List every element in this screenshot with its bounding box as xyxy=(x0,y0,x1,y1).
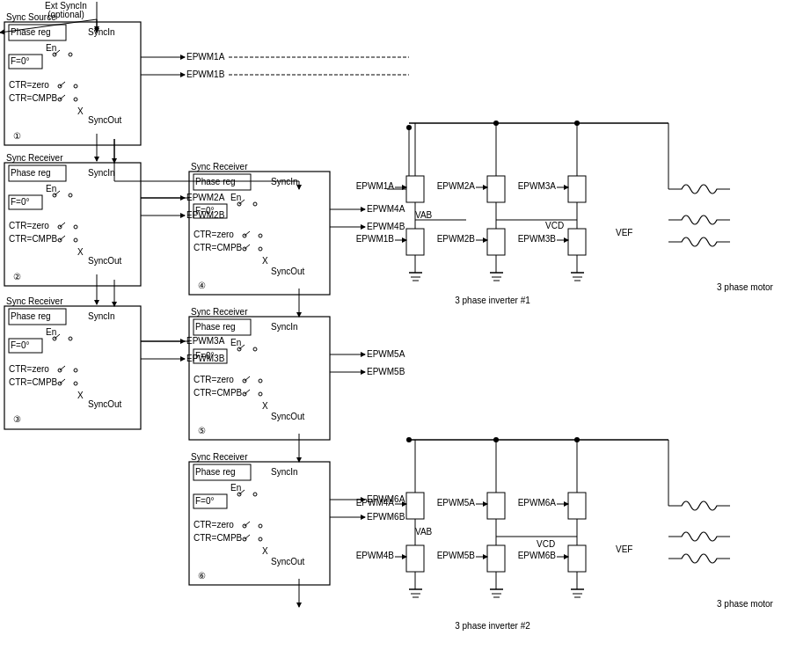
x-mark-4: X xyxy=(262,256,268,266)
svg-rect-95 xyxy=(406,176,424,202)
inverter1-label: 3 phase inverter #1 xyxy=(455,296,530,305)
svg-point-151 xyxy=(493,437,499,442)
f0-1: F=0° xyxy=(11,56,30,66)
vab-inv1-label: VAB xyxy=(415,210,433,220)
svg-point-93 xyxy=(406,125,412,130)
optional-label: (optional) xyxy=(47,10,84,19)
epwm5a-inv2-label: EPWM5A xyxy=(437,498,476,508)
svg-rect-137 xyxy=(406,493,424,519)
svg-point-25 xyxy=(74,225,77,229)
f0-6: F=0° xyxy=(195,496,215,506)
vef-inv1-label: VEF xyxy=(616,228,632,237)
epwm2a-inv1-label: EPWM2A xyxy=(437,181,476,191)
x-mark-3: X xyxy=(77,391,84,400)
epwm5a-label: EPWM5A xyxy=(367,349,405,359)
ctr-zero-4: CTR=zero xyxy=(194,230,234,239)
motor-2-label: 3 phase motor xyxy=(717,599,774,609)
svg-point-138 xyxy=(406,437,412,442)
epwm2a-label: EPWM2A xyxy=(186,193,225,202)
svg-point-72 xyxy=(259,392,262,396)
ctr-zero-5: CTR=zero xyxy=(194,375,234,384)
syncin-2: SyncIn xyxy=(88,168,115,178)
epwm6b-inv2-label: EPWM6B xyxy=(518,551,557,560)
motor-1-label: 3 phase motor xyxy=(717,282,774,292)
epwm1b-inv1-label: EPWM1B xyxy=(356,234,395,244)
vab-inv2-label: VAB xyxy=(415,527,433,537)
epwm1b-label: EPWM1B xyxy=(186,69,225,79)
svg-point-84 xyxy=(259,524,262,528)
svg-rect-162 xyxy=(568,493,586,519)
epwm5b-inv2-label: EPWM5B xyxy=(437,551,476,560)
svg-point-57 xyxy=(259,247,262,251)
sync-receiver-6-label: Sync Receiver xyxy=(191,452,248,462)
epwm4b-label: EPWM4B xyxy=(367,222,405,231)
svg-point-81 xyxy=(253,493,257,496)
svg-rect-113 xyxy=(487,229,505,255)
vcd-inv2-label: VCD xyxy=(537,539,555,549)
phase-reg-5: Phase reg xyxy=(195,322,236,332)
svg-point-51 xyxy=(253,202,257,206)
sync-receiver-3-label: Sync Receiver xyxy=(6,296,63,306)
epwm4a-inv2-label: EPWM4A xyxy=(356,498,395,508)
svg-point-164 xyxy=(574,437,580,442)
phase-reg-6: Phase reg xyxy=(195,467,236,477)
en-3: En xyxy=(46,327,56,337)
en-4: En xyxy=(230,193,241,202)
svg-point-40 xyxy=(74,369,77,372)
epwm3a-label: EPWM3A xyxy=(186,336,225,346)
svg-line-41 xyxy=(60,379,65,383)
ctr-cmpb-6: CTR=CMPB xyxy=(194,533,243,543)
svg-point-87 xyxy=(259,537,262,541)
svg-point-37 xyxy=(69,337,72,340)
svg-line-9 xyxy=(60,95,65,99)
circle-5: ⑤ xyxy=(198,426,206,435)
ctr-zero-6: CTR=zero xyxy=(194,520,234,530)
svg-point-5 xyxy=(69,53,72,56)
f0-3: F=0° xyxy=(11,340,30,350)
syncout-6: SyncOut xyxy=(271,557,305,566)
svg-point-28 xyxy=(74,238,77,242)
svg-line-67 xyxy=(245,376,250,381)
syncin-5: SyncIn xyxy=(271,322,298,332)
svg-point-8 xyxy=(74,84,77,88)
en-6: En xyxy=(230,483,241,493)
phase-reg-3: Phase reg xyxy=(11,311,51,321)
circle-6: ⑥ xyxy=(198,571,206,581)
syncin-3: SyncIn xyxy=(88,311,115,321)
inverter2-label: 3 phase inverter #2 xyxy=(455,621,530,631)
svg-line-38 xyxy=(60,366,65,370)
epwm5b-label: EPWM5B xyxy=(367,367,405,376)
circle-3: ③ xyxy=(13,414,21,424)
svg-point-22 xyxy=(69,194,72,197)
epwm6b-label: EPWM6B xyxy=(367,512,405,522)
syncout-5: SyncOut xyxy=(271,412,305,421)
epwm4a-label: EPWM4A xyxy=(367,204,405,214)
svg-line-6 xyxy=(60,82,65,86)
epwm3a-inv1-label: EPWM3A xyxy=(518,181,557,191)
svg-rect-100 xyxy=(406,229,424,255)
svg-rect-126 xyxy=(568,229,586,255)
svg-line-23 xyxy=(60,223,65,227)
epwm4b-inv2-label: EPWM4B xyxy=(356,551,395,560)
svg-rect-142 xyxy=(406,545,424,572)
svg-point-123 xyxy=(574,121,580,126)
svg-line-85 xyxy=(245,535,250,539)
vcd-inv1-label: VCD xyxy=(545,221,564,230)
svg-point-11 xyxy=(74,98,77,101)
circle-4: ④ xyxy=(198,281,206,290)
svg-point-66 xyxy=(253,347,257,351)
circle-2: ② xyxy=(13,272,21,281)
syncin-1: SyncIn xyxy=(88,27,115,37)
ctr-cmpb-3: CTR=CMPB xyxy=(9,377,58,387)
syncout-4: SyncOut xyxy=(271,267,305,276)
sync-receiver-2-label: Sync Receiver xyxy=(6,153,63,163)
svg-rect-108 xyxy=(487,176,505,202)
vef-inv2-label: VEF xyxy=(616,544,632,554)
syncout-3: SyncOut xyxy=(88,399,122,409)
epwm2b-inv1-label: EPWM2B xyxy=(437,234,476,244)
f0-4: F=0° xyxy=(195,206,215,215)
syncout-2: SyncOut xyxy=(88,256,122,266)
epwm1a-label: EPWM1A xyxy=(186,52,225,62)
ctr-cmpb-5: CTR=CMPB xyxy=(194,388,243,398)
ctr-cmpb-4: CTR=CMPB xyxy=(194,243,243,252)
